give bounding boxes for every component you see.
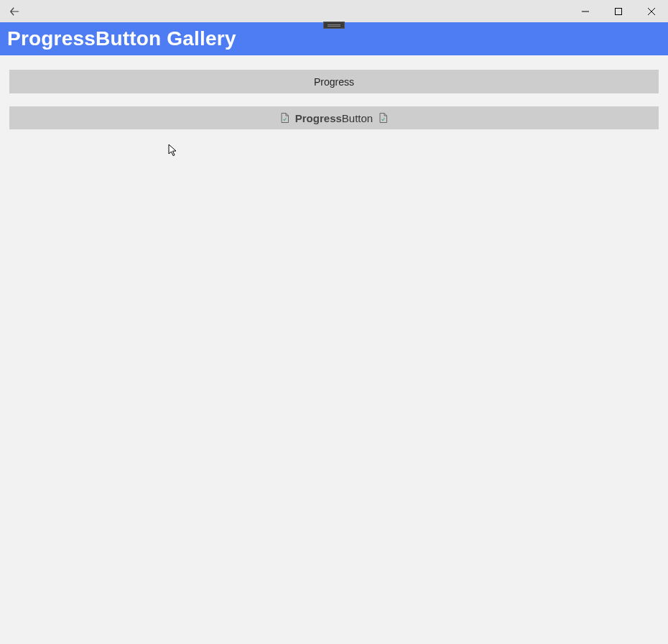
progress-button-1[interactable]: Progress bbox=[9, 70, 659, 93]
back-arrow-icon bbox=[9, 6, 19, 17]
progress-button-2-label-normal: Button bbox=[342, 112, 373, 124]
cursor-icon bbox=[168, 144, 178, 157]
svg-rect-1 bbox=[616, 8, 622, 14]
maximize-button[interactable] bbox=[602, 0, 635, 22]
header-bar: ProgressButton Gallery bbox=[0, 22, 668, 55]
progress-button-2-label: ProgressButton bbox=[295, 112, 373, 124]
close-icon bbox=[648, 8, 655, 15]
progress-button-2[interactable]: ProgressButton bbox=[9, 106, 659, 129]
document-icon bbox=[281, 113, 289, 123]
grip-handle[interactable] bbox=[323, 22, 345, 29]
grip-line bbox=[328, 24, 340, 25]
maximize-icon bbox=[615, 8, 622, 15]
minimize-icon bbox=[582, 8, 589, 15]
document-icon bbox=[379, 113, 387, 123]
titlebar bbox=[0, 0, 668, 22]
progress-button-1-label: Progress bbox=[314, 76, 354, 88]
minimize-button[interactable] bbox=[569, 0, 602, 22]
progress-button-2-label-bold: Progress bbox=[295, 112, 342, 124]
content-area: Progress ProgressButton bbox=[0, 55, 668, 644]
back-button[interactable] bbox=[0, 0, 29, 22]
page-title: ProgressButton Gallery bbox=[7, 27, 236, 50]
grip-line bbox=[328, 26, 340, 27]
close-button[interactable] bbox=[635, 0, 668, 22]
window-controls bbox=[569, 0, 668, 22]
